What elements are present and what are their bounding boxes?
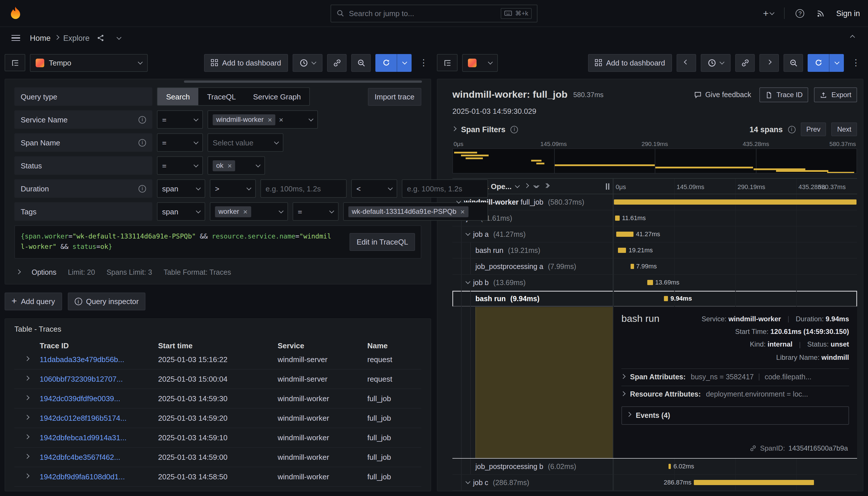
span-bar[interactable] xyxy=(647,280,653,285)
query-inspector-button[interactable]: iQuery inspector xyxy=(67,293,146,310)
tab-search[interactable]: Search xyxy=(157,88,198,105)
remove-value-icon[interactable]: × xyxy=(461,208,465,215)
give-feedback-link[interactable]: Give feedback xyxy=(694,91,751,99)
table-row[interactable]: 1942dbfebca1d9914a31... 2025-01-03 14:59… xyxy=(14,428,421,448)
span-bar[interactable] xyxy=(694,480,814,485)
breadcrumb-explore[interactable]: Explore xyxy=(63,34,90,42)
row-expand-icon[interactable] xyxy=(14,456,40,458)
sign-in-link[interactable]: Sign in xyxy=(836,9,860,17)
table-row[interactable]: 1942dbfc4be3567f462... 2025-01-03 14:59:… xyxy=(14,448,421,467)
pane-menu-left[interactable]: ⋮ xyxy=(416,54,431,71)
duration-scope-select[interactable]: span xyxy=(157,179,205,198)
info-icon[interactable]: i xyxy=(139,139,146,146)
resource-attributes-accordion[interactable]: Resource Attributes: deployment.environm… xyxy=(621,386,849,403)
breadcrumb-home[interactable]: Home xyxy=(30,34,50,42)
timeline-span-row[interactable]: job_postprocessing b(6.02ms) 6.02ms xyxy=(452,459,857,475)
collapse-header-button[interactable] xyxy=(845,29,860,47)
datasource-picker-left[interactable]: Tempo xyxy=(30,54,148,72)
info-icon[interactable]: i xyxy=(788,126,795,133)
row-expand-icon[interactable] xyxy=(14,476,40,478)
zoom-out-button-left[interactable] xyxy=(351,54,371,72)
col-name[interactable]: Name xyxy=(367,341,421,350)
col-trace-id[interactable]: Trace ID xyxy=(40,341,158,350)
timeline-span-row[interactable]: job c(286.87ms) 286.87ms xyxy=(452,475,857,491)
span-bar-track[interactable]: 7.99ms xyxy=(613,259,857,275)
refresh-icon[interactable] xyxy=(808,54,830,72)
collapse-one-icon[interactable] xyxy=(525,185,528,187)
span-bar-track[interactable] xyxy=(613,194,857,210)
edit-in-traceql-button[interactable]: Edit in TraceQL xyxy=(350,233,415,251)
prev-span-button[interactable]: Prev xyxy=(801,122,826,136)
table-row[interactable]: 1942dc039dfdf9e0039... 2025-01-03 14:59:… xyxy=(14,389,421,409)
collapse-span-icon[interactable] xyxy=(466,231,470,236)
span-filters-expander-icon[interactable] xyxy=(452,126,457,131)
column-resize-handle[interactable] xyxy=(606,183,610,189)
search-input[interactable]: Search or jump to... ⌘+k xyxy=(330,4,538,22)
span-bar[interactable] xyxy=(630,264,634,269)
move-right-button[interactable] xyxy=(759,54,779,72)
trace-id-link[interactable]: 11dabada33e479db56b... xyxy=(40,355,158,364)
span-bar-track[interactable]: 19.21ms xyxy=(613,243,857,259)
row-expand-icon[interactable] xyxy=(14,437,40,438)
pane-menu-right[interactable]: ⋮ xyxy=(849,54,864,71)
expand-all-icon[interactable] xyxy=(534,185,539,187)
remove-value-icon[interactable]: × xyxy=(267,116,272,123)
col-start-time[interactable]: Start time xyxy=(158,341,278,350)
status-operator-select[interactable]: = xyxy=(157,156,203,175)
span-bar-track[interactable]: 11.61ms xyxy=(613,210,857,227)
refresh-icon[interactable] xyxy=(375,54,397,72)
span-bar-track[interactable]: 6.02ms xyxy=(613,459,857,475)
time-picker-button-right[interactable] xyxy=(701,54,731,72)
trace-id-link[interactable]: 1060bbf732309b12707... xyxy=(40,375,158,383)
span-name-value-select[interactable]: Select value xyxy=(207,133,283,152)
horizontal-scrollbar[interactable] xyxy=(184,80,422,83)
timeline-span-row[interactable]: job a(41.27ms) 41.27ms xyxy=(452,227,857,243)
trace-id-link[interactable]: 1942dbfebca1d9914a31... xyxy=(40,433,158,442)
add-to-dashboard-button-left[interactable]: Add to dashboard xyxy=(204,54,288,72)
timeline-span-row[interactable]: bash run(9.94ms) 9.94ms xyxy=(452,291,857,307)
minimap-canvas[interactable] xyxy=(452,148,857,174)
tags-scope-select[interactable]: span xyxy=(157,202,205,221)
trace-id-link[interactable]: 1942dc012e8f196b5174... xyxy=(40,414,158,422)
tags-value-select[interactable]: wk-default-133114d6a91e-PSPQb× xyxy=(343,202,488,221)
duration-min-input[interactable]: e.g. 100ms, 1.2s xyxy=(260,179,347,198)
info-icon[interactable]: i xyxy=(139,116,146,123)
events-accordion[interactable]: Events (4) xyxy=(621,406,849,425)
remove-value-icon[interactable]: × xyxy=(243,208,247,215)
remove-value-icon[interactable]: × xyxy=(227,162,232,169)
news-button[interactable] xyxy=(813,4,828,22)
span-filters-label[interactable]: Span Filters xyxy=(461,125,506,134)
export-button[interactable]: Export xyxy=(814,87,857,102)
row-expand-icon[interactable] xyxy=(14,398,40,400)
clear-icon[interactable]: × xyxy=(279,116,283,123)
grafana-logo[interactable] xyxy=(8,6,23,21)
span-bar[interactable] xyxy=(618,248,626,253)
span-bar[interactable] xyxy=(616,232,634,237)
help-button[interactable]: ? xyxy=(792,4,807,22)
tags-operator-select[interactable]: = xyxy=(293,202,339,221)
row-expand-icon[interactable] xyxy=(14,359,40,360)
row-expand-icon[interactable] xyxy=(14,378,40,380)
query-outline-button-right[interactable] xyxy=(437,54,458,71)
row-expand-icon[interactable] xyxy=(14,417,40,419)
info-icon[interactable]: i xyxy=(511,126,518,133)
collapse-span-icon[interactable] xyxy=(466,279,470,284)
trace-id-link[interactable]: 1942dbf9d9fa6108d0d1... xyxy=(40,472,158,481)
span-bar-track[interactable]: 41.27ms xyxy=(613,227,857,243)
trace-id-link[interactable]: 1942dc039dfdf9e0039... xyxy=(40,394,158,403)
table-row[interactable]: 1942dbf9d9fa6108d0d1... 2025-01-03 14:58… xyxy=(14,467,421,487)
service-name-operator-select[interactable]: = xyxy=(157,110,203,129)
timeline-span-row[interactable]: job_postprocessing a(7.99ms) 7.99ms xyxy=(452,259,857,275)
table-row[interactable]: 1942dc012e8f196b5174... 2025-01-03 14:59… xyxy=(14,409,421,428)
duration-lt-operator-select[interactable]: < xyxy=(351,179,397,198)
trace-id-button[interactable]: Trace ID xyxy=(759,87,808,102)
span-bar-track[interactable]: 286.87ms xyxy=(613,475,857,491)
timeline-span-row[interactable]: bash run(19.21ms) 19.21ms xyxy=(452,243,857,259)
duration-gt-operator-select[interactable]: > xyxy=(210,179,256,198)
service-name-value-select[interactable]: windmill-worker× × xyxy=(207,110,318,129)
collapse-all-icon[interactable] xyxy=(544,185,549,187)
table-row[interactable]: 11dabada33e479db56b... 2025-01-03 15:16:… xyxy=(14,350,421,370)
tags-key-select[interactable]: worker× xyxy=(210,202,288,221)
options-expander-icon[interactable] xyxy=(16,269,21,274)
collapse-span-icon[interactable] xyxy=(466,479,470,484)
